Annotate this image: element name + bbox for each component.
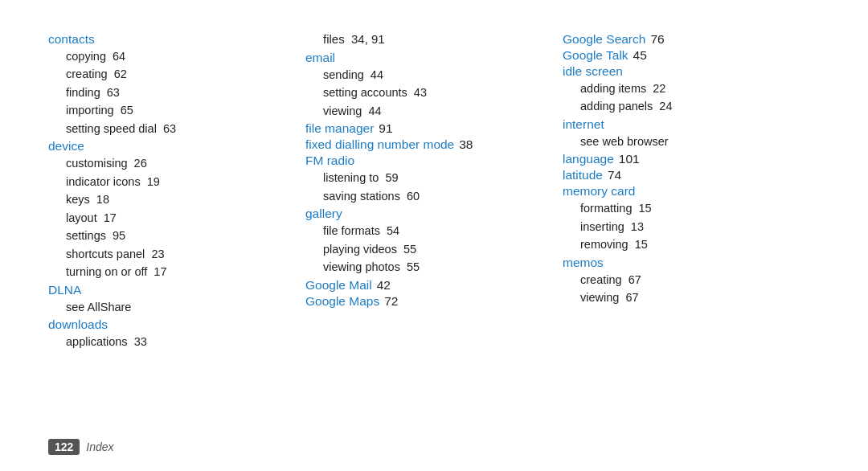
index-entry: DLNAsee AllShare bbox=[48, 283, 289, 316]
index-entry: files 34, 91 bbox=[305, 32, 547, 46]
footer: 122 Index bbox=[48, 439, 114, 455]
sub-entry: layout 17 bbox=[66, 209, 289, 227]
page-number: 122 bbox=[48, 439, 80, 455]
entry-header: Google Search76 bbox=[563, 32, 804, 47]
page-number-inline: 42 bbox=[377, 278, 391, 292]
index-entry: downloadsapplications 33 bbox=[48, 317, 289, 350]
sub-entries: adding items 22adding panels 24 bbox=[580, 80, 804, 116]
sub-entry: copying 64 bbox=[66, 47, 289, 65]
entry-header: gallery bbox=[305, 207, 547, 221]
entry-header: downloads bbox=[48, 317, 289, 332]
index-entry: contactscopying 64creating 62finding 63i… bbox=[48, 32, 289, 137]
index-entry: memory cardformatting 15inserting 13remo… bbox=[563, 184, 804, 253]
sub-entries: file formats 54playing videos 55viewing … bbox=[323, 222, 547, 276]
sub-entry: formatting 15 bbox=[580, 199, 804, 217]
sub-entry: file formats 54 bbox=[323, 222, 547, 240]
entry-header: email bbox=[305, 51, 547, 65]
index-entry: Google Maps72 bbox=[305, 294, 547, 309]
index-entry: internetsee web browser bbox=[563, 117, 804, 150]
sub-entry: setting speed dial 63 bbox=[66, 120, 289, 137]
entry-header: DLNA bbox=[48, 283, 289, 297]
sub-entry: setting accounts 43 bbox=[323, 84, 547, 101]
sub-entry: sending 44 bbox=[323, 66, 547, 84]
column-0: contactscopying 64creating 62finding 63i… bbox=[48, 32, 305, 353]
sub-entry: saving stations 60 bbox=[323, 187, 547, 205]
sub-entry: see web browser bbox=[580, 133, 804, 150]
index-entry: idle screenadding items 22adding panels … bbox=[563, 64, 804, 116]
sub-entry: playing videos 55 bbox=[323, 240, 547, 258]
sub-entry: creating 62 bbox=[66, 65, 289, 83]
sub-entry: keys 18 bbox=[66, 190, 289, 208]
sub-entry: viewing 44 bbox=[323, 102, 547, 120]
entry-header: contacts bbox=[48, 32, 289, 47]
index-entry: emailsending 44setting accounts 43viewin… bbox=[305, 51, 547, 120]
index-entry: galleryfile formats 54playing videos 55v… bbox=[305, 207, 547, 276]
sub-entry: creating 67 bbox=[580, 271, 804, 289]
page-number-inline: 45 bbox=[633, 48, 647, 62]
page-number-inline: 76 bbox=[650, 32, 664, 46]
entry-header: device bbox=[48, 139, 289, 154]
sub-entry: removing 15 bbox=[580, 236, 804, 253]
sub-entries: listening to 59saving stations 60 bbox=[323, 169, 547, 205]
sub-entry: inserting 13 bbox=[580, 218, 804, 236]
entry-header: memos bbox=[563, 256, 804, 270]
sub-entry: adding items 22 bbox=[580, 80, 804, 97]
sub-entry: turning on or off 17 bbox=[66, 263, 289, 281]
entry-header: memory card bbox=[563, 184, 804, 199]
sub-entry: viewing photos 55 bbox=[323, 258, 547, 276]
sub-entry: adding panels 24 bbox=[580, 97, 804, 115]
sub-entries: customising 26indicator icons 19keys 18l… bbox=[66, 154, 289, 281]
sub-entries: see AllShare bbox=[66, 298, 289, 316]
sub-entry: listening to 59 bbox=[323, 169, 547, 186]
sub-entries: sending 44setting accounts 43viewing 44 bbox=[323, 66, 547, 120]
sub-entry: finding 63 bbox=[66, 84, 289, 101]
sub-entries: copying 64creating 62finding 63importing… bbox=[66, 47, 289, 137]
index-entry: language101 bbox=[563, 152, 804, 166]
sub-entry: settings 95 bbox=[66, 227, 289, 244]
column-1: files 34, 91emailsending 44setting accou… bbox=[305, 32, 563, 353]
index-entry: FM radiolistening to 59saving stations 6… bbox=[305, 154, 547, 205]
sub-entry: shortcuts panel 23 bbox=[66, 245, 289, 263]
sub-entry: applications 33 bbox=[66, 333, 289, 350]
page-number-inline: 91 bbox=[379, 121, 392, 135]
page-number-inline: 72 bbox=[384, 294, 398, 308]
index-entry: devicecustomising 26indicator icons 19ke… bbox=[48, 139, 289, 281]
entry-header: file manager91 bbox=[305, 121, 547, 136]
entry-header: Google Talk45 bbox=[563, 48, 804, 63]
index-entry: latitude74 bbox=[563, 168, 804, 182]
entry-header: FM radio bbox=[305, 154, 547, 168]
sub-entries: creating 67viewing 67 bbox=[580, 271, 804, 307]
footer-label: Index bbox=[86, 440, 113, 453]
index-entry: fixed dialling number mode38 bbox=[305, 137, 547, 152]
index-entry: Google Talk45 bbox=[563, 48, 804, 63]
sub-entry: importing 65 bbox=[66, 101, 289, 119]
page-number-inline: 38 bbox=[459, 137, 473, 151]
index-entry: file manager91 bbox=[305, 121, 547, 136]
page-number-inline: 74 bbox=[608, 168, 621, 182]
entry-header: internet bbox=[563, 117, 804, 132]
plain-entry: files 34, 91 bbox=[323, 32, 547, 46]
index-columns: contactscopying 64creating 62finding 63i… bbox=[48, 32, 820, 353]
column-2: Google Search76Google Talk45idle screena… bbox=[563, 32, 820, 353]
index-entry: Google Search76 bbox=[563, 32, 804, 47]
entry-header: Google Mail42 bbox=[305, 278, 547, 293]
sub-entries: applications 33 bbox=[66, 333, 289, 350]
index-entry: memoscreating 67viewing 67 bbox=[563, 256, 804, 307]
sub-entry: viewing 67 bbox=[580, 289, 804, 306]
index-entry: Google Mail42 bbox=[305, 278, 547, 293]
entry-header: Google Maps72 bbox=[305, 294, 547, 309]
sub-entry: see AllShare bbox=[66, 298, 289, 316]
entry-header: idle screen bbox=[563, 64, 804, 79]
sub-entry: indicator icons 19 bbox=[66, 173, 289, 190]
sub-entries: formatting 15inserting 13removing 15 bbox=[580, 199, 804, 253]
page-number-inline: 101 bbox=[619, 152, 640, 166]
entry-header: fixed dialling number mode38 bbox=[305, 137, 547, 152]
sub-entries: see web browser bbox=[580, 133, 804, 150]
entry-header: latitude74 bbox=[563, 168, 804, 182]
page: contactscopying 64creating 62finding 63i… bbox=[0, 0, 868, 471]
entry-header: language101 bbox=[563, 152, 804, 166]
sub-entry: customising 26 bbox=[66, 154, 289, 172]
